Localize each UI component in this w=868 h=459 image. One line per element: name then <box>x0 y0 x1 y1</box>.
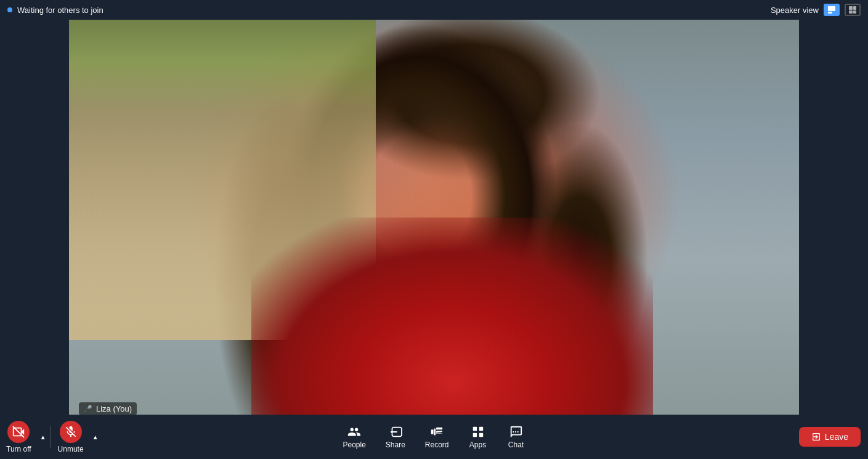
camera-off-icon <box>12 425 25 439</box>
video-canvas <box>69 12 799 423</box>
divider-1 <box>50 426 51 448</box>
svg-rect-7 <box>479 426 482 430</box>
record-label: Record <box>425 441 449 449</box>
name-label: 🎤 Liza (You) <box>79 402 137 415</box>
toolbar-right: Leave <box>799 427 861 447</box>
leave-button[interactable]: Leave <box>799 427 861 447</box>
mic-off-icon-wrap <box>60 421 82 443</box>
apps-icon <box>471 425 485 439</box>
toolbar-left: Turn off ▲ Unmute ▲ <box>0 417 101 457</box>
camera-chevron-icon: ▲ <box>40 434 46 441</box>
main-video: 🎤 Liza (You) <box>69 12 799 423</box>
status-dot <box>7 7 12 12</box>
people-button[interactable]: People <box>334 421 374 453</box>
camera-off-label: Turn off <box>6 445 31 453</box>
svg-rect-5 <box>436 431 442 432</box>
mic-label: Unmute <box>58 445 84 453</box>
people-icon <box>347 425 361 439</box>
mic-off-icon <box>64 425 78 439</box>
share-button[interactable]: Share <box>377 421 414 453</box>
leave-icon <box>811 432 821 442</box>
video-area: 🎤 Liza (You) <box>0 20 868 415</box>
bottom-bar: Turn off ▲ Unmute ▲ People <box>0 415 868 459</box>
speaker-layout-icon <box>828 6 835 14</box>
waiting-text: Waiting for others to join <box>17 6 103 15</box>
mic-toggle-button[interactable]: Unmute <box>52 417 90 457</box>
svg-rect-9 <box>479 433 482 436</box>
record-button[interactable]: REC Record <box>416 421 458 453</box>
top-bar-left: Waiting for others to join <box>7 6 103 15</box>
apps-button[interactable]: Apps <box>460 421 496 453</box>
camera-toggle-button[interactable]: Turn off <box>0 417 38 457</box>
toolbar-center: People Share REC Record <box>334 421 533 453</box>
participant-name: Liza (You) <box>96 404 132 413</box>
jacket-overlay <box>251 217 653 423</box>
share-label: Share <box>386 441 405 449</box>
svg-rect-1 <box>431 429 434 434</box>
speaker-view-button[interactable] <box>824 4 840 16</box>
leave-label: Leave <box>825 432 848 442</box>
apps-label: Apps <box>469 441 486 449</box>
mic-status-icon: 🎤 <box>84 405 92 413</box>
grid-view-button[interactable] <box>845 4 861 16</box>
mic-chevron-icon: ▲ <box>92 434 99 441</box>
record-icon: REC <box>430 425 444 439</box>
svg-rect-8 <box>473 433 476 436</box>
camera-chevron[interactable]: ▲ <box>38 434 49 441</box>
mic-chevron[interactable]: ▲ <box>90 434 101 441</box>
chat-icon <box>509 425 523 439</box>
share-icon <box>389 425 402 439</box>
svg-rect-2 <box>434 428 436 435</box>
people-label: People <box>343 441 365 449</box>
chat-button[interactable]: Chat <box>498 421 534 453</box>
camera-off-icon-wrap <box>7 421 30 443</box>
svg-rect-3 <box>436 427 442 429</box>
grid-layout-icon <box>849 6 856 14</box>
top-bar-right: Speaker view <box>771 4 861 16</box>
chat-label: Chat <box>508 441 524 449</box>
top-bar: Waiting for others to join Speaker view <box>0 0 868 20</box>
speaker-view-label: Speaker view <box>771 6 819 15</box>
svg-rect-6 <box>473 426 476 430</box>
